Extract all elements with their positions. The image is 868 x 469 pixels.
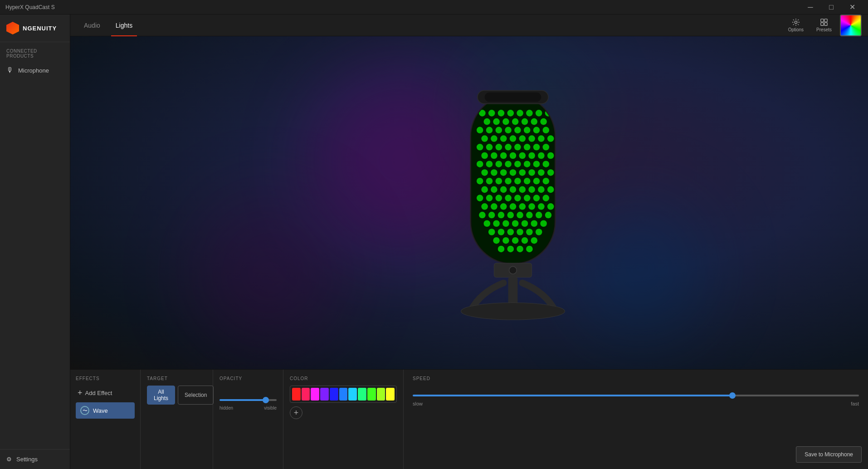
svg-point-88: [486, 195, 493, 201]
svg-point-116: [531, 220, 537, 227]
svg-point-107: [517, 212, 523, 219]
speed-slider[interactable]: [413, 395, 859, 396]
svg-point-98: [509, 203, 516, 210]
svg-point-66: [509, 169, 516, 176]
close-button[interactable]: ✕: [842, 0, 863, 15]
tab-lights[interactable]: Lights: [111, 15, 137, 36]
color-swatch[interactable]: [367, 388, 376, 401]
svg-point-35: [519, 135, 526, 142]
svg-point-39: [476, 144, 483, 151]
color-swatch[interactable]: [339, 388, 348, 401]
preset-thumbnail[interactable]: [840, 15, 862, 36]
fast-label: fast: [851, 401, 859, 406]
svg-point-45: [533, 144, 540, 151]
svg-rect-1: [821, 19, 824, 22]
svg-point-94: [542, 195, 549, 201]
save-to-microphone-button[interactable]: Save to Microphone: [796, 446, 862, 463]
color-swatch[interactable]: [386, 388, 395, 401]
svg-point-132: [526, 246, 533, 253]
window-controls: ─ □ ✕: [800, 0, 863, 15]
svg-point-37: [538, 135, 545, 142]
svg-point-68: [528, 169, 535, 176]
options-label: Options: [788, 27, 804, 32]
minimize-button[interactable]: ─: [800, 0, 821, 15]
svg-point-12: [517, 110, 523, 117]
add-color-button[interactable]: +: [290, 406, 302, 419]
color-swatch[interactable]: [377, 388, 385, 401]
all-lights-button[interactable]: All Lights: [147, 386, 175, 405]
svg-point-104: [488, 212, 495, 219]
svg-point-69: [538, 169, 545, 176]
svg-point-24: [486, 127, 493, 134]
settings-icon: ⚙: [6, 456, 12, 463]
svg-point-100: [528, 203, 535, 210]
svg-point-115: [521, 220, 528, 227]
svg-rect-4: [824, 23, 827, 25]
svg-point-73: [495, 178, 502, 185]
svg-point-72: [486, 178, 493, 185]
svg-point-65: [500, 169, 507, 176]
svg-point-117: [540, 220, 547, 227]
svg-point-17: [493, 118, 500, 125]
opacity-slider-container: hidden visible: [219, 395, 277, 410]
hidden-label: hidden: [219, 405, 233, 410]
sidebar-item-microphone[interactable]: 🎙 Microphone: [0, 61, 70, 79]
settings-item[interactable]: ⚙ Settings: [0, 449, 70, 469]
target-panel: TARGET All Lights Selection: [141, 370, 213, 469]
svg-point-47: [481, 152, 488, 159]
options-button[interactable]: Options: [784, 16, 808, 34]
svg-point-43: [514, 144, 521, 151]
svg-point-97: [500, 203, 507, 210]
wave-effect-item[interactable]: 〜 Wave: [76, 402, 135, 419]
visible-label: visible: [264, 405, 277, 410]
opacity-slider[interactable]: [219, 399, 277, 401]
svg-point-74: [505, 178, 512, 185]
color-swatch[interactable]: [320, 388, 329, 401]
microphone-label: Microphone: [18, 67, 49, 74]
maximize-button[interactable]: □: [821, 0, 842, 15]
presets-label: Presets: [816, 27, 832, 32]
svg-point-10: [497, 110, 504, 117]
effects-label: EFFECTS: [76, 376, 135, 381]
color-swatch[interactable]: [330, 388, 338, 401]
svg-point-105: [497, 212, 504, 219]
svg-point-75: [514, 178, 521, 185]
svg-point-129: [497, 246, 504, 253]
svg-point-40: [486, 144, 493, 151]
svg-point-29: [533, 127, 540, 134]
bottom-panel: EFFECTS + Add Effect 〜 Wave TARGET All L…: [70, 369, 868, 469]
color-swatch[interactable]: [292, 388, 301, 401]
add-effect-label: Add Effect: [85, 390, 112, 396]
svg-point-60: [523, 161, 530, 167]
microphone-icon: 🎙: [6, 66, 14, 75]
add-effect-button[interactable]: + Add Effect: [76, 386, 135, 401]
color-swatch[interactable]: [302, 388, 310, 401]
connected-products-label: Connected Products: [0, 42, 70, 61]
svg-point-136: [509, 266, 517, 274]
svg-point-85: [538, 186, 545, 193]
svg-point-77: [533, 178, 540, 185]
color-panel: COLOR +: [283, 370, 404, 469]
speed-slider-labels: slow fast: [413, 401, 859, 406]
color-swatch[interactable]: [311, 388, 319, 401]
svg-point-81: [500, 186, 507, 193]
target-buttons: All Lights Selection: [147, 386, 206, 405]
tab-audio[interactable]: Audio: [79, 15, 105, 36]
svg-point-95: [481, 203, 488, 210]
svg-point-101: [538, 203, 545, 210]
titlebar: HyperX QuadCast S ─ □ ✕: [0, 0, 868, 15]
svg-point-124: [493, 237, 500, 244]
svg-point-120: [507, 229, 514, 235]
color-swatch[interactable]: [358, 388, 366, 401]
svg-point-78: [542, 178, 549, 185]
svg-point-21: [531, 118, 537, 125]
svg-point-106: [507, 212, 514, 219]
speed-slider-container: slow fast: [413, 390, 859, 406]
selection-button[interactable]: Selection: [178, 386, 214, 405]
svg-point-113: [502, 220, 509, 227]
main-layout: NGENUITY Connected Products 🎙 Microphone…: [0, 15, 868, 469]
svg-point-19: [512, 118, 518, 125]
color-swatch[interactable]: [348, 388, 357, 401]
svg-point-123: [535, 229, 542, 235]
presets-button[interactable]: Presets: [812, 16, 836, 34]
